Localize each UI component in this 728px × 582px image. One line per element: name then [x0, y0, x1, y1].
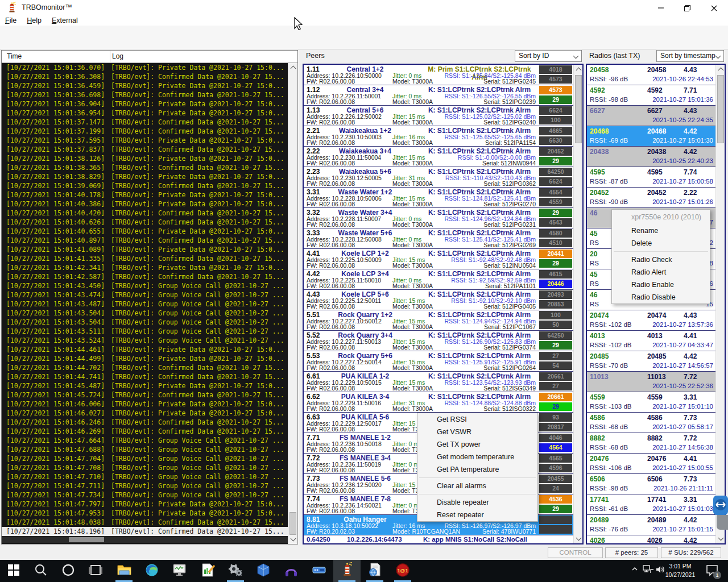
radio-row[interactable]: 20438204384.422021-10-25 22:40:23 [587, 147, 715, 167]
log-row[interactable]: [10/27/2021 15:01:48.196][TRBO/evt]: Con… [2, 527, 288, 536]
scrollbar-thumb[interactable] [289, 512, 296, 535]
log-row[interactable]: [10/27/2021 15:01:43.524][TRBO/evt]: Gro… [2, 336, 288, 345]
log-row[interactable]: [10/27/2021 15:01:37.595][TRBO/evt]: Pri… [2, 136, 288, 145]
log-row[interactable]: [10/27/2021 15:01:36.954][TRBO/evt]: Pri… [2, 109, 288, 118]
log-row[interactable]: [10/27/2021 15:01:47.797][TRBO/evt]: Pri… [2, 500, 288, 509]
log-column-time[interactable]: Time [7, 52, 22, 60]
taskbar-mail-at-app-button[interactable]: 1@1 [389, 560, 416, 582]
scrollbar-thumb[interactable] [575, 75, 582, 143]
column-divider[interactable] [110, 51, 110, 63]
log-row[interactable]: [10/27/2021 15:01:47.704][TRBO/evt]: Gro… [2, 454, 288, 463]
menu-item-external[interactable]: External [47, 16, 83, 24]
radio-row[interactable]: 888288827.72RSSI: -68 dB2021-10-27 14:56… [587, 433, 715, 454]
peer-row[interactable]: 4.43Koele LCP 5+6K: S1:LCPtrnk S2:LCPtrn… [304, 290, 573, 310]
remote-control-sidebar-handle[interactable] [713, 496, 728, 517]
taskbar-start-button[interactable] [0, 560, 27, 582]
control-button[interactable]: CONTROL [548, 547, 603, 558]
peer-row[interactable]: 1.11Central 1+2M: Prim S1:LCPtrnk S2:LCP… [304, 65, 573, 85]
log-row[interactable]: [10/27/2021 15:01:36.904][TRBO/evt]: Pri… [2, 99, 288, 109]
peer-row[interactable]: 2.23Waiakeakua 5+6K: S1:LCPtrnk S2:LCPtr… [304, 167, 573, 188]
log-row[interactable]: [10/27/2021 15:01:36.308][TRBO/evt]: Con… [2, 72, 288, 81]
taskbar-clock[interactable]: 3:01 PM 10/27/2021 [660, 562, 701, 579]
taskbar-file-explorer-button[interactable] [110, 560, 138, 582]
menu-item-file[interactable]: File [0, 16, 22, 24]
peer-row[interactable]: 6.61PUA KILEA 1-2K: S1:LCPtrnk S2:LCPtrn… [304, 372, 573, 392]
radio-row[interactable]: 650665067.73RSSI: -98 dB2021-10-26 21:11… [587, 474, 715, 494]
peer-row[interactable]: 4.42Koele LCP 3+4K: S1:LCPtrnk S2:LCPtrn… [304, 269, 573, 290]
log-row[interactable]: [10/27/2021 15:01:44.702][TRBO/evt]: Con… [2, 363, 288, 372]
menu-item-radio-disable[interactable]: Radio Disable [612, 291, 710, 304]
log-row[interactable]: [10/27/2021 15:01:38.126][TRBO/evt]: Pri… [2, 154, 288, 163]
log-row[interactable]: [10/27/2021 15:01:41.335][TRBO/evt]: Con… [2, 254, 288, 263]
log-row[interactable]: [10/27/2021 15:01:36.459][TRBO/evt]: Pri… [2, 81, 288, 90]
log-row[interactable]: [10/27/2021 15:01:44.741][TRBO/evt]: Con… [2, 372, 288, 381]
menu-item-get-rssi[interactable]: Get RSSI [417, 413, 537, 426]
log-row[interactable]: [10/27/2021 15:01:39.069][TRBO/evt]: Con… [2, 181, 288, 190]
log-row[interactable]: [10/27/2021 15:01:40.626][TRBO/evt]: Con… [2, 218, 288, 227]
log-row[interactable]: [10/27/2021 15:01:37.837][TRBO/evt]: Con… [2, 145, 288, 154]
menu-item-get-tx-power[interactable]: Get TX power [417, 438, 537, 451]
log-row[interactable]: [10/27/2021 15:01:43.504][TRBO/evt]: Gro… [2, 309, 288, 318]
scroll-up-icon[interactable] [718, 68, 723, 73]
peers-sort-select[interactable]: Sort by ID [515, 50, 582, 62]
restore-button[interactable] [674, 0, 700, 16]
log-row[interactable]: [10/27/2021 15:01:48.038][TRBO/evt]: Con… [2, 518, 288, 527]
log-row[interactable]: [10/27/2021 15:01:47.688][TRBO/evt]: Gro… [2, 445, 288, 454]
peer-row[interactable]: 5.51Rock Quarry 1+2K: S1:LCPtrnk S2:LCPt… [304, 310, 573, 331]
peer-row[interactable]: 5.53Rock Quarry 5+6K: S1:LCPtrnk S2:LCPt… [304, 351, 573, 372]
peer-row[interactable]: 1.13Central 5+6K: S1:LCPtrnk S2:LCPtrnk … [304, 106, 573, 126]
taskbar-monitor-app-button[interactable] [166, 560, 193, 582]
menu-item-disable-repeater[interactable]: Disable repeater [417, 496, 537, 509]
log-row[interactable]: [10/27/2021 15:01:44.499][TRBO/evt]: Pri… [2, 354, 288, 363]
log-row[interactable]: [10/27/2021 15:01:40.386][TRBO/evt]: Pri… [2, 199, 288, 209]
peer-row[interactable]: 4.41Koele LCP 1+2K: S1:LCPtrnk S2:LCPtrn… [304, 249, 573, 269]
peer-row[interactable]: 3.33Waste Water 5+6K: S1:LCPtrnk S2:LCPt… [304, 228, 573, 249]
radio-row[interactable]: 20468204684.42RSSI: -69 dB2021-10-27 15:… [587, 126, 715, 147]
log-row[interactable]: [10/27/2021 15:01:45.487][TRBO/evt]: Pri… [2, 381, 288, 390]
log-row[interactable]: [10/27/2021 15:01:46.006][TRBO/evt]: Pri… [2, 400, 288, 409]
radio-row[interactable]: 20485204854.42RSSI: -70 dB2021-10-27 14:… [587, 351, 715, 372]
radio-row[interactable]: 455945593.31RSSI: -103 dB2021-10-27 15:0… [587, 392, 715, 413]
radio-row[interactable]: 458645867.73RSSI: -68 dB2021-10-27 05:58… [587, 413, 715, 433]
menu-item-get-vswr[interactable]: Get VSWR [417, 426, 537, 438]
peer-row[interactable]: 2.21Waiakeakua 1+2K: S1:LCPtrnk S2:LCPtr… [304, 126, 573, 147]
log-row[interactable]: [10/27/2021 15:01:47.711][TRBO/evt]: Gro… [2, 481, 288, 490]
scroll-down-icon[interactable] [718, 535, 723, 541]
taskbar-cube-app-button[interactable] [250, 560, 277, 582]
peers-scrollbar[interactable] [573, 65, 582, 543]
radio-row[interactable]: 662766274.432021-10-25 22:24:35 [587, 106, 715, 126]
log-row[interactable]: [10/27/2021 15:01:40.655][TRBO/evt]: Pri… [2, 227, 288, 236]
taskbar-edge-button[interactable] [138, 560, 166, 582]
log-row[interactable]: [10/27/2021 15:01:42.587][TRBO/evt]: Con… [2, 272, 288, 281]
network-icon[interactable] [643, 564, 654, 575]
log-row[interactable]: [10/27/2021 15:01:37.147][TRBO/evt]: Con… [2, 118, 288, 127]
log-row[interactable]: [10/27/2021 15:01:43.487][TRBO/evt]: Gro… [2, 300, 288, 309]
scroll-down-icon[interactable] [290, 536, 296, 542]
log-row[interactable]: [10/27/2021 15:01:40.420][TRBO/evt]: Con… [2, 209, 288, 218]
radio-row[interactable]: 20458204584.43RSSI: -96 dB2021-10-26 22:… [587, 65, 715, 85]
menu-item-get-modem-temperature[interactable]: Get modem temperature [417, 451, 537, 463]
taskbar-doc-globe-app-button[interactable] [361, 560, 388, 582]
log-row[interactable]: [10/27/2021 15:01:46.269][TRBO/evt]: Con… [2, 427, 288, 436]
menu-item-rename[interactable]: Rename [612, 225, 710, 237]
radios-sort-select[interactable]: Sort by timestamp [656, 50, 724, 62]
log-row[interactable]: [10/27/2021 15:01:43.474][TRBO/evt]: Gro… [2, 290, 288, 300]
radio-row[interactable]: 20489204894.42RSSI: -76 dB2021-10-27 15:… [587, 515, 715, 535]
scroll-up-icon[interactable] [290, 66, 296, 72]
log-row[interactable]: [10/27/2021 15:01:47.953][TRBO/evt]: Pri… [2, 509, 288, 518]
log-row[interactable]: [10/27/2021 15:01:43.511][TRBO/evt]: Gro… [2, 327, 288, 336]
radio-row[interactable]: 459245927.71RSSI: -98 dB2021-10-27 15:01… [587, 85, 715, 106]
taskbar-chart-app-button[interactable] [194, 560, 221, 582]
menu-item-clear-all-alarms[interactable]: Clear all alarms [417, 480, 537, 492]
log-row[interactable]: [10/27/2021 15:01:42.341][TRBO/evt]: Pri… [2, 263, 288, 272]
log-row[interactable]: [10/27/2021 15:01:41.089][TRBO/evt]: Pri… [2, 245, 288, 254]
radio-row[interactable]: 459545957.74RSSI: -87 dB2021-10-27 15:00… [587, 167, 715, 188]
log-row[interactable]: [10/27/2021 15:01:43.504][TRBO/evt]: Gro… [2, 318, 288, 327]
scrollbar-thumb[interactable] [69, 537, 104, 542]
peer-row[interactable]: 2.22Waiakeakua 3+4K: S1:LCPtrnk S2:LCPtr… [304, 147, 573, 167]
peer-row[interactable]: 6.62PUA KILEA 3-4K: S1:LCPtrnk S2:LCPtrn… [304, 392, 573, 413]
taskbar-task-view-button[interactable] [82, 560, 109, 582]
log-row[interactable]: [10/27/2021 15:01:43.450][TRBO/evt]: Gro… [2, 281, 288, 290]
menu-item-get-pa-temperature[interactable]: Get PA temperature [417, 463, 537, 476]
scroll-down-icon[interactable] [576, 535, 581, 541]
